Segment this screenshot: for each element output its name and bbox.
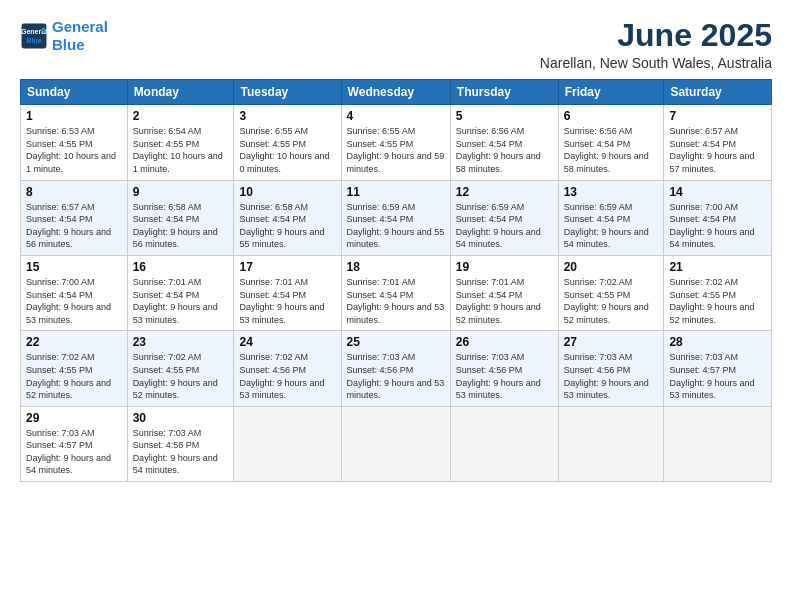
day-number: 19 bbox=[456, 260, 553, 274]
table-row: 2 Sunrise: 6:54 AM Sunset: 4:55 PM Dayli… bbox=[127, 105, 234, 180]
day-number: 28 bbox=[669, 335, 766, 349]
day-number: 24 bbox=[239, 335, 335, 349]
day-number: 7 bbox=[669, 109, 766, 123]
day-info: Sunrise: 6:54 AM Sunset: 4:55 PM Dayligh… bbox=[133, 125, 229, 175]
table-row: 27 Sunrise: 7:03 AM Sunset: 4:56 PM Dayl… bbox=[558, 331, 664, 406]
logo-icon: General Blue bbox=[20, 22, 48, 50]
day-number: 17 bbox=[239, 260, 335, 274]
table-row: 18 Sunrise: 7:01 AM Sunset: 4:54 PM Dayl… bbox=[341, 255, 450, 330]
title-area: June 2025 Narellan, New South Wales, Aus… bbox=[540, 18, 772, 71]
day-number: 22 bbox=[26, 335, 122, 349]
header: General Blue General Blue June 2025 Nare… bbox=[20, 18, 772, 71]
table-row: 1 Sunrise: 6:53 AM Sunset: 4:55 PM Dayli… bbox=[21, 105, 128, 180]
day-info: Sunrise: 6:57 AM Sunset: 4:54 PM Dayligh… bbox=[669, 125, 766, 175]
day-info: Sunrise: 7:03 AM Sunset: 4:56 PM Dayligh… bbox=[456, 351, 553, 401]
col-saturday: Saturday bbox=[664, 80, 772, 105]
location-title: Narellan, New South Wales, Australia bbox=[540, 55, 772, 71]
table-row: 14 Sunrise: 7:00 AM Sunset: 4:54 PM Dayl… bbox=[664, 180, 772, 255]
month-title: June 2025 bbox=[540, 18, 772, 53]
table-row: 30 Sunrise: 7:03 AM Sunset: 4:58 PM Dayl… bbox=[127, 406, 234, 481]
table-row: 4 Sunrise: 6:55 AM Sunset: 4:55 PM Dayli… bbox=[341, 105, 450, 180]
day-info: Sunrise: 7:03 AM Sunset: 4:57 PM Dayligh… bbox=[26, 427, 122, 477]
day-number: 2 bbox=[133, 109, 229, 123]
table-row: 26 Sunrise: 7:03 AM Sunset: 4:56 PM Dayl… bbox=[450, 331, 558, 406]
day-info: Sunrise: 7:02 AM Sunset: 4:55 PM Dayligh… bbox=[564, 276, 659, 326]
day-info: Sunrise: 6:59 AM Sunset: 4:54 PM Dayligh… bbox=[456, 201, 553, 251]
table-row: 17 Sunrise: 7:01 AM Sunset: 4:54 PM Dayl… bbox=[234, 255, 341, 330]
day-info: Sunrise: 6:56 AM Sunset: 4:54 PM Dayligh… bbox=[564, 125, 659, 175]
day-number: 16 bbox=[133, 260, 229, 274]
table-row: 3 Sunrise: 6:55 AM Sunset: 4:55 PM Dayli… bbox=[234, 105, 341, 180]
day-info: Sunrise: 7:00 AM Sunset: 4:54 PM Dayligh… bbox=[669, 201, 766, 251]
day-number: 12 bbox=[456, 185, 553, 199]
table-row bbox=[558, 406, 664, 481]
table-row: 8 Sunrise: 6:57 AM Sunset: 4:54 PM Dayli… bbox=[21, 180, 128, 255]
table-row bbox=[341, 406, 450, 481]
table-row: 9 Sunrise: 6:58 AM Sunset: 4:54 PM Dayli… bbox=[127, 180, 234, 255]
calendar-header-row: Sunday Monday Tuesday Wednesday Thursday… bbox=[21, 80, 772, 105]
col-thursday: Thursday bbox=[450, 80, 558, 105]
col-sunday: Sunday bbox=[21, 80, 128, 105]
day-number: 30 bbox=[133, 411, 229, 425]
day-number: 25 bbox=[347, 335, 445, 349]
day-info: Sunrise: 6:59 AM Sunset: 4:54 PM Dayligh… bbox=[564, 201, 659, 251]
table-row: 5 Sunrise: 6:56 AM Sunset: 4:54 PM Dayli… bbox=[450, 105, 558, 180]
day-info: Sunrise: 7:03 AM Sunset: 4:58 PM Dayligh… bbox=[133, 427, 229, 477]
table-row: 11 Sunrise: 6:59 AM Sunset: 4:54 PM Dayl… bbox=[341, 180, 450, 255]
day-info: Sunrise: 6:59 AM Sunset: 4:54 PM Dayligh… bbox=[347, 201, 445, 251]
col-monday: Monday bbox=[127, 80, 234, 105]
logo-text: General Blue bbox=[52, 18, 108, 54]
calendar-week-row: 1 Sunrise: 6:53 AM Sunset: 4:55 PM Dayli… bbox=[21, 105, 772, 180]
day-number: 29 bbox=[26, 411, 122, 425]
table-row bbox=[234, 406, 341, 481]
table-row: 23 Sunrise: 7:02 AM Sunset: 4:55 PM Dayl… bbox=[127, 331, 234, 406]
day-info: Sunrise: 6:53 AM Sunset: 4:55 PM Dayligh… bbox=[26, 125, 122, 175]
calendar-week-row: 22 Sunrise: 7:02 AM Sunset: 4:55 PM Dayl… bbox=[21, 331, 772, 406]
col-friday: Friday bbox=[558, 80, 664, 105]
day-number: 11 bbox=[347, 185, 445, 199]
svg-text:Blue: Blue bbox=[26, 37, 41, 44]
day-info: Sunrise: 6:58 AM Sunset: 4:54 PM Dayligh… bbox=[133, 201, 229, 251]
table-row: 21 Sunrise: 7:02 AM Sunset: 4:55 PM Dayl… bbox=[664, 255, 772, 330]
day-info: Sunrise: 7:02 AM Sunset: 4:55 PM Dayligh… bbox=[26, 351, 122, 401]
col-wednesday: Wednesday bbox=[341, 80, 450, 105]
table-row: 25 Sunrise: 7:03 AM Sunset: 4:56 PM Dayl… bbox=[341, 331, 450, 406]
day-number: 10 bbox=[239, 185, 335, 199]
day-number: 3 bbox=[239, 109, 335, 123]
day-info: Sunrise: 6:58 AM Sunset: 4:54 PM Dayligh… bbox=[239, 201, 335, 251]
calendar-table: Sunday Monday Tuesday Wednesday Thursday… bbox=[20, 79, 772, 482]
day-info: Sunrise: 7:02 AM Sunset: 4:56 PM Dayligh… bbox=[239, 351, 335, 401]
day-number: 27 bbox=[564, 335, 659, 349]
day-info: Sunrise: 6:57 AM Sunset: 4:54 PM Dayligh… bbox=[26, 201, 122, 251]
day-info: Sunrise: 7:01 AM Sunset: 4:54 PM Dayligh… bbox=[239, 276, 335, 326]
table-row bbox=[664, 406, 772, 481]
col-tuesday: Tuesday bbox=[234, 80, 341, 105]
table-row: 24 Sunrise: 7:02 AM Sunset: 4:56 PM Dayl… bbox=[234, 331, 341, 406]
day-info: Sunrise: 6:55 AM Sunset: 4:55 PM Dayligh… bbox=[239, 125, 335, 175]
calendar-week-row: 15 Sunrise: 7:00 AM Sunset: 4:54 PM Dayl… bbox=[21, 255, 772, 330]
table-row: 10 Sunrise: 6:58 AM Sunset: 4:54 PM Dayl… bbox=[234, 180, 341, 255]
calendar-week-row: 29 Sunrise: 7:03 AM Sunset: 4:57 PM Dayl… bbox=[21, 406, 772, 481]
day-number: 13 bbox=[564, 185, 659, 199]
day-number: 21 bbox=[669, 260, 766, 274]
day-info: Sunrise: 7:03 AM Sunset: 4:56 PM Dayligh… bbox=[564, 351, 659, 401]
table-row: 6 Sunrise: 6:56 AM Sunset: 4:54 PM Dayli… bbox=[558, 105, 664, 180]
table-row: 20 Sunrise: 7:02 AM Sunset: 4:55 PM Dayl… bbox=[558, 255, 664, 330]
day-number: 9 bbox=[133, 185, 229, 199]
calendar-page: General Blue General Blue June 2025 Nare… bbox=[0, 0, 792, 612]
table-row: 19 Sunrise: 7:01 AM Sunset: 4:54 PM Dayl… bbox=[450, 255, 558, 330]
day-number: 14 bbox=[669, 185, 766, 199]
day-number: 20 bbox=[564, 260, 659, 274]
table-row: 13 Sunrise: 6:59 AM Sunset: 4:54 PM Dayl… bbox=[558, 180, 664, 255]
day-number: 18 bbox=[347, 260, 445, 274]
logo: General Blue General Blue bbox=[20, 18, 108, 54]
table-row: 7 Sunrise: 6:57 AM Sunset: 4:54 PM Dayli… bbox=[664, 105, 772, 180]
svg-rect-0 bbox=[22, 24, 47, 49]
day-number: 8 bbox=[26, 185, 122, 199]
day-number: 23 bbox=[133, 335, 229, 349]
day-number: 5 bbox=[456, 109, 553, 123]
day-number: 6 bbox=[564, 109, 659, 123]
table-row: 29 Sunrise: 7:03 AM Sunset: 4:57 PM Dayl… bbox=[21, 406, 128, 481]
day-info: Sunrise: 7:00 AM Sunset: 4:54 PM Dayligh… bbox=[26, 276, 122, 326]
calendar-week-row: 8 Sunrise: 6:57 AM Sunset: 4:54 PM Dayli… bbox=[21, 180, 772, 255]
